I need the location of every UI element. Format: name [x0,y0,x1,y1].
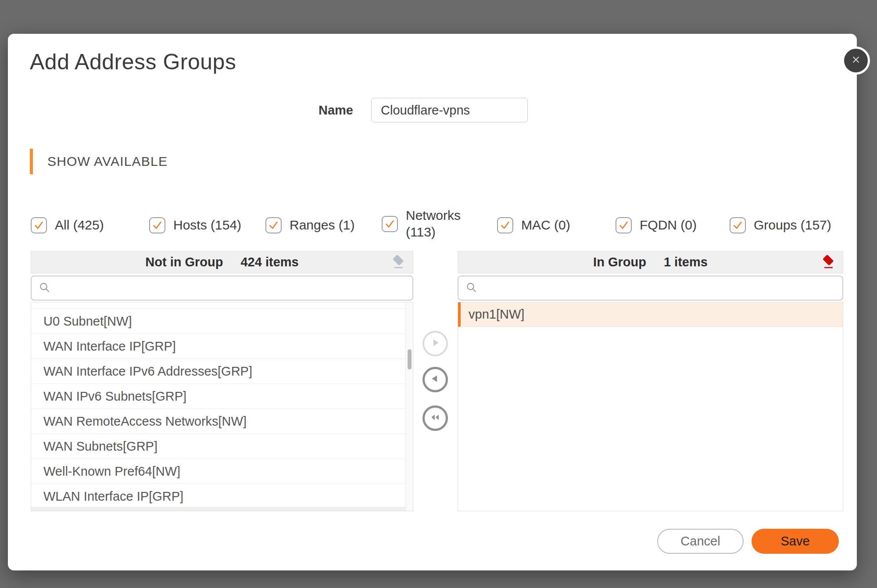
filter-networks[interactable]: Networks (113) [382,199,465,249]
name-input[interactable] [371,98,528,122]
not-in-group-header: Not in Group 424 items [31,251,413,273]
not-in-group-panel: Not in Group 424 items [31,251,413,511]
eraser-icon [391,254,405,271]
filter-label: Groups (157) [754,218,831,233]
available-list: U0 Subnet[NW] WAN Interface IP[GRP] WAN … [31,302,413,511]
close-button[interactable] [842,47,870,75]
filter-label: Hosts (154) [173,218,241,233]
filter-ranges[interactable]: Ranges (1) [265,208,354,242]
checkbox-checked-icon[interactable] [382,216,398,232]
move-right-button[interactable] [422,331,448,356]
in-group-panel: In Group 1 items [458,251,843,511]
panel-count: 1 items [664,255,708,269]
list-item[interactable]: Well-Known Pref64[NW] [31,459,405,484]
filter-label: Networks (113) [406,207,465,240]
available-search [31,276,413,301]
move-all-left-button[interactable] [422,405,448,431]
list-item-label: vpn1[NW] [469,307,524,322]
vertical-scrollbar-track[interactable] [405,302,413,511]
checkbox-checked-icon[interactable] [497,217,513,233]
eraser-red-icon [821,254,835,271]
section-label: SHOW AVAILABLE [47,149,168,174]
cancel-button-label: Cancel [680,534,720,549]
list-item-label: Well-Known Pref64[NW] [43,464,180,479]
close-icon [850,54,862,68]
filter-label: MAC (0) [521,218,570,233]
filter-fqdn[interactable]: FQDN (0) [616,208,697,242]
in-group-search-input[interactable] [458,276,842,300]
page-title: Add Address Groups [30,49,236,75]
vertical-scrollbar-thumb[interactable] [408,349,412,369]
panel-count: 424 items [240,255,298,269]
clear-in-group-button[interactable] [821,255,836,270]
filter-label: FQDN (0) [640,218,697,233]
filter-hosts[interactable]: Hosts (154) [149,208,241,242]
cancel-button[interactable]: Cancel [657,529,744,554]
save-button-label: Save [780,534,809,549]
list-item[interactable]: WLAN Interface IP[GRP] [31,484,405,509]
selected-list-item[interactable]: vpn1[NW] [458,302,843,327]
filter-label: All (425) [55,218,104,233]
search-icon [465,281,477,295]
list-item[interactable]: WAN Interface IPv6 Addresses[GRP] [31,359,405,384]
list-item[interactable]: U0 Subnet[NW] [31,309,405,334]
panel-title: In Group [593,255,646,269]
checkbox-checked-icon[interactable] [616,217,632,233]
available-search-input[interactable] [32,276,412,300]
list-item[interactable]: WAN IPv6 Subnets[GRP] [31,384,405,409]
checkbox-checked-icon[interactable] [31,217,47,233]
checkbox-checked-icon[interactable] [149,217,165,233]
list-item-label: WAN Interface IPv6 Addresses[GRP] [43,364,252,379]
list-item[interactable]: WAN Subnets[GRP] [31,434,405,459]
section-accent-bar [30,149,33,174]
list-item-label: WAN Subnets[GRP] [43,439,158,454]
checkbox-checked-icon[interactable] [265,217,282,233]
arrow-left-icon [429,373,441,387]
list-item-label: WAN IPv6 Subnets[GRP] [43,389,186,404]
list-item-label: WLAN Interface IP[GRP] [43,489,183,504]
panel-title: Not in Group [145,255,223,269]
filter-all[interactable]: All (425) [31,208,104,242]
horizontal-scrollbar-track[interactable] [31,507,405,511]
clear-available-button[interactable] [391,255,406,270]
filter-groups[interactable]: Groups (157) [730,208,831,242]
list-item-label: U0 Subnet[NW] [43,314,132,329]
add-address-groups-dialog: Add Address Groups Name SHOW AVAILABLE A… [8,34,857,570]
double-arrow-left-icon [429,411,442,425]
in-group-search [458,276,843,301]
in-group-header: In Group 1 items [458,251,843,273]
list-item-label: WAN RemoteAccess Networks[NW] [43,414,247,429]
filter-label: Ranges (1) [290,218,354,233]
checkbox-checked-icon[interactable] [730,217,746,233]
list-item[interactable]: WAN RemoteAccess Networks[NW] [31,409,405,434]
arrow-right-icon [429,337,441,351]
in-group-list: vpn1[NW] [458,302,843,511]
filter-mac[interactable]: MAC (0) [497,208,570,242]
name-label: Name [295,103,353,118]
save-button[interactable]: Save [752,529,839,554]
partial-scrolled-row [31,302,405,309]
search-icon [39,281,50,295]
move-left-button[interactable] [422,367,448,392]
list-item-label: WAN Interface IP[GRP] [43,339,176,354]
list-item[interactable]: WAN Interface IP[GRP] [31,334,405,359]
show-available-section: SHOW AVAILABLE [30,149,168,174]
